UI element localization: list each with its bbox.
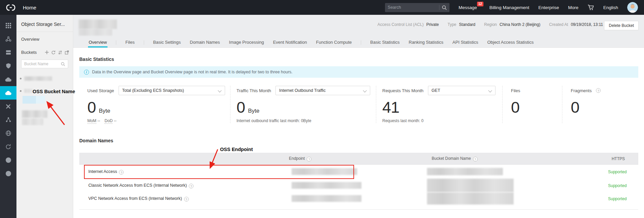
https-column-header: HTTPS	[608, 156, 638, 161]
mom-label: MoM	[87, 118, 96, 124]
bucket-search-input[interactable]	[24, 62, 61, 66]
cart-icon[interactable]	[588, 4, 594, 10]
acl-label: Access Control List (ACL)	[378, 22, 424, 27]
tools-cross-icon[interactable]	[0, 100, 16, 113]
tab-domain-names[interactable]: Domain Names	[190, 37, 220, 47]
nav-billing-management[interactable]: Billing Management	[489, 5, 529, 10]
tab-files[interactable]: Files	[125, 37, 134, 47]
tab-divider	[144, 40, 144, 45]
sidebar-title: Object Storage Ser...	[16, 15, 73, 32]
https-status: Supported	[608, 170, 640, 174]
nav-message[interactable]: Message 12	[459, 5, 477, 10]
redacted-bucket-domain	[427, 179, 514, 192]
shield-icon[interactable]	[0, 59, 16, 73]
tab-image-processing[interactable]: Image Processing	[229, 37, 264, 47]
redacted-bucket-subtitle	[79, 29, 112, 36]
search-icon[interactable]	[442, 5, 447, 10]
redacted-bucket-name	[24, 76, 52, 81]
classic-network-help-icon[interactable]: ?	[189, 184, 194, 188]
redacted-bucket-domain	[427, 192, 514, 205]
cloud-sync-icon[interactable]	[0, 140, 16, 153]
tab-function-compute[interactable]: Function Compute	[316, 37, 352, 47]
files-label: Files	[511, 88, 520, 93]
user-avatar[interactable]	[627, 2, 638, 13]
alibaba-cloud-logo-icon[interactable]	[6, 4, 15, 11]
requests-value: 41	[382, 99, 399, 115]
stat-traffic: Traffic This Month Internet Outbound Tra…	[230, 86, 376, 123]
endpoint-help-icon[interactable]: ?	[307, 157, 311, 161]
redacted-bucket-domain	[427, 168, 503, 175]
delete-bucket-button[interactable]: Delete Bucket	[604, 21, 639, 30]
cloud-icon[interactable]	[0, 73, 16, 86]
used-storage-label: Used Storage	[87, 88, 114, 93]
used-storage-select[interactable]: Total (Excluding ECS Snapshots)	[119, 86, 225, 95]
table-row-classic-network: Classic Network Access from ECS (Interna…	[79, 179, 638, 192]
oss-active-icon[interactable]	[0, 86, 16, 100]
bucket-list-item[interactable]	[16, 89, 73, 93]
redacted-endpoint	[292, 182, 361, 189]
domain-table-header: Endpoint? Bucket Domain Name? HTTPS	[79, 153, 638, 165]
internet-access-help-icon[interactable]: ?	[119, 170, 124, 175]
traffic-select[interactable]: Internet Outbound Traffic	[275, 86, 370, 95]
requests-select[interactable]: GET	[428, 86, 496, 95]
redacted-endpoint	[292, 168, 357, 175]
vpc-network-help-icon[interactable]: ?	[184, 197, 189, 202]
fragments-help-icon[interactable]: ?	[596, 88, 601, 93]
tab-object-access-statistics[interactable]: Object Access Statistics	[487, 37, 533, 47]
region-label: Region	[484, 22, 497, 27]
mom-value: --	[97, 118, 100, 123]
product-dot-icon-2[interactable]	[0, 167, 16, 180]
sidebar-item-overview[interactable]: Overview	[16, 32, 73, 46]
server-icon[interactable]	[0, 46, 16, 59]
requests-label: Requests This Month	[382, 88, 424, 93]
apps-grid-icon[interactable]	[0, 19, 16, 32]
bucket-domain-help-icon[interactable]: ?	[473, 157, 478, 161]
stat-fragments: Fragments ? 0	[562, 86, 638, 123]
bucket-search[interactable]	[21, 60, 68, 68]
used-storage-value: 0	[87, 99, 96, 115]
search-divider	[439, 5, 439, 10]
refresh-icon[interactable]	[51, 50, 55, 54]
dod-label: DoD	[104, 118, 113, 124]
global-search[interactable]	[385, 3, 449, 12]
add-bucket-icon[interactable]	[45, 50, 49, 54]
fragments-value: 0	[571, 99, 579, 115]
buckets-label: Buckets	[21, 50, 37, 55]
sort-icon[interactable]	[58, 50, 62, 54]
region-value: China North 2 (Beijing)	[500, 22, 540, 27]
oss-sidebar: Object Storage Ser... Overview Buckets	[16, 15, 73, 218]
nav-language[interactable]: English	[603, 5, 618, 10]
https-status: Supported	[608, 196, 640, 201]
endpoint-column-header: Endpoint	[289, 156, 305, 161]
home-link[interactable]: Home	[23, 5, 36, 10]
molecule-icon[interactable]	[0, 113, 16, 126]
network-hub-icon[interactable]	[0, 32, 16, 46]
tab-basic-statistics[interactable]: Basic Statistics	[370, 37, 399, 47]
nav-enterprise[interactable]: Enterprise	[538, 5, 559, 10]
bucket-list	[16, 76, 73, 125]
tab-api-statistics[interactable]: API Statistics	[453, 37, 478, 47]
bucket-list-item[interactable]	[22, 110, 73, 125]
type-label: Type	[447, 22, 456, 27]
overview-content: Basic Statistics i Data in the Overview …	[73, 57, 644, 210]
bucket-meta: Access Control List (ACL)Private TypeSta…	[378, 22, 603, 27]
tab-basic-settings[interactable]: Basic Settings	[153, 37, 181, 47]
internet-access-label: Internet Access	[88, 169, 117, 174]
fragments-label: Fragments	[571, 88, 592, 93]
bucket-list-item-selected[interactable]	[23, 96, 45, 104]
globe-icon[interactable]	[0, 126, 16, 140]
bucket-search-icon[interactable]	[61, 62, 65, 66]
bucket-list-item[interactable]	[16, 76, 73, 81]
traffic-value: 0	[237, 99, 245, 115]
nav-more[interactable]: More	[568, 5, 578, 10]
https-status: Supported	[608, 183, 640, 188]
tab-overview[interactable]: Overview	[89, 37, 107, 47]
product-icon-rail	[0, 15, 16, 218]
tab-event-notification[interactable]: Event Notification	[273, 37, 307, 47]
top-navbar: Home Message 12 Billing Management Enter…	[0, 0, 644, 15]
expand-icon[interactable]	[65, 50, 69, 54]
tab-ranking-statistics[interactable]: Ranking Statistics	[409, 37, 443, 47]
table-row-vpc-network: VPC Network Access from ECS (Internal Ne…	[79, 192, 638, 205]
global-search-input[interactable]	[388, 5, 438, 10]
product-dot-icon[interactable]	[0, 153, 16, 167]
